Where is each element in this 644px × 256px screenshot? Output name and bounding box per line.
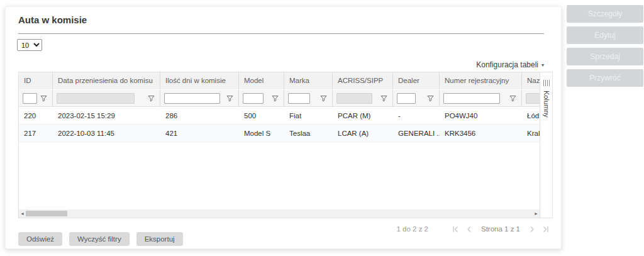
filter-cell-acriss <box>333 90 393 106</box>
filter-icon[interactable] <box>40 95 47 102</box>
table-row[interactable]: 217 2022-10-03 11:45 421 Model S Teslaa … <box>19 125 540 142</box>
filter-icon[interactable] <box>320 95 327 102</box>
filter-input-ilosc-dni[interactable] <box>164 93 220 104</box>
filter-input-numer[interactable] <box>443 93 500 104</box>
caret-down-icon: ▾ <box>541 62 544 68</box>
drag-handle-icon <box>543 80 550 86</box>
cell-nazwa: Kraków <box>522 125 540 142</box>
record-actions-panel: Szczegóły Edytuj Sprzedaj Przywróć <box>567 5 643 87</box>
cars-panel: Auta w komisie 10 Konfiguracja tabeli ▾ … <box>5 6 562 249</box>
cell-marka: Fiat <box>284 107 333 124</box>
details-button[interactable]: Szczegóły <box>567 5 643 23</box>
page-title: Auta w komisie <box>18 14 87 25</box>
filter-input-model[interactable] <box>243 93 264 104</box>
filter-icon[interactable] <box>148 95 155 102</box>
filter-input-acriss <box>336 93 372 104</box>
filter-input-nazwa <box>526 93 540 104</box>
column-header-nazwa[interactable]: Nazwa <box>522 72 540 89</box>
filter-input-dealer[interactable] <box>397 93 416 104</box>
filter-row <box>19 89 540 107</box>
columns-panel-tab[interactable]: Kolumny <box>540 72 552 218</box>
clear-filters-button[interactable]: Wyczyść filtry <box>69 232 130 246</box>
filter-icon[interactable] <box>226 95 233 102</box>
filter-input-data <box>57 93 135 104</box>
edit-button[interactable]: Edytuj <box>567 26 643 44</box>
first-page-icon[interactable] <box>450 224 460 234</box>
refresh-button[interactable]: Odśwież <box>18 232 62 246</box>
page-size-select[interactable]: 10 <box>17 39 42 51</box>
scroll-left-icon[interactable]: ◄ <box>19 209 26 218</box>
column-header-acriss[interactable]: ACRISS/SIPP <box>333 72 393 89</box>
empty-rows-area <box>19 142 540 209</box>
columns-panel-label: Kolumny <box>543 91 550 118</box>
filter-icon[interactable] <box>272 95 279 102</box>
table-config-label: Konfiguracja tabeli <box>476 60 538 69</box>
next-page-icon[interactable] <box>527 224 537 234</box>
column-header-dealer[interactable]: Dealer <box>393 72 440 89</box>
previous-page-icon[interactable] <box>464 224 474 234</box>
header-row: ID Data przeniesienia do komisu Ilość dn… <box>19 72 540 89</box>
filter-cell-numer <box>440 90 522 106</box>
cell-model: 500 <box>239 107 284 124</box>
column-header-data-przeniesienia[interactable]: Data przeniesienia do komisu <box>53 72 160 89</box>
cell-dealer: GENERALI ... <box>393 125 440 142</box>
cell-numer: PO4WJ40 <box>440 107 522 124</box>
table-row[interactable]: 220 2023-02-15 15:29 286 500 Fiat PCAR (… <box>19 107 540 125</box>
title-divider <box>18 33 544 34</box>
filter-cell-dealer <box>393 90 440 106</box>
scroll-right-icon[interactable]: ► <box>533 209 540 218</box>
pagination-page-label: Strona 1 z 1 <box>481 225 520 233</box>
filter-icon[interactable] <box>509 95 516 102</box>
column-header-model[interactable]: Model <box>239 72 284 89</box>
cell-id: 217 <box>19 125 53 142</box>
filter-icon[interactable] <box>427 95 434 102</box>
cell-ilosc-dni: 421 <box>160 125 239 142</box>
restore-button[interactable]: Przywróć <box>567 69 643 87</box>
filter-cell-ilosc-dni <box>160 90 239 106</box>
data-grid: ID Data przeniesienia do komisu Ilość dn… <box>18 72 553 218</box>
filter-cell-id <box>19 90 53 106</box>
pagination-bar: 1 do 2 z 2 Strona 1 z 1 <box>396 224 553 234</box>
column-header-id[interactable]: ID <box>19 72 53 89</box>
scrollbar-thumb[interactable] <box>26 211 67 216</box>
cell-marka: Teslaa <box>284 125 333 142</box>
cell-numer: KRK3456 <box>440 125 522 142</box>
pagination-range: 1 do 2 z 2 <box>396 225 428 233</box>
cell-data-przeniesienia: 2023-02-15 15:29 <box>53 107 160 124</box>
filter-cell-data <box>53 90 160 106</box>
last-page-icon[interactable] <box>541 224 551 234</box>
filter-input-id[interactable] <box>23 93 37 104</box>
filter-cell-marka <box>284 90 333 106</box>
filter-input-marka[interactable] <box>288 93 310 104</box>
export-button[interactable]: Eksportuj <box>136 232 183 246</box>
cell-acriss: PCAR (M) <box>333 107 393 124</box>
cell-nazwa: Łódź <box>522 107 540 124</box>
filter-cell-nazwa <box>522 90 540 106</box>
cell-id: 220 <box>19 107 53 124</box>
cell-ilosc-dni: 286 <box>160 107 239 124</box>
cell-dealer: - <box>393 107 440 124</box>
cell-data-przeniesienia: 2022-10-03 11:45 <box>53 125 160 142</box>
grid-viewport: ID Data przeniesienia do komisu Ilość dn… <box>19 72 540 218</box>
footer-actions: Odśwież Wyczyść filtry Eksportuj <box>18 232 183 246</box>
sell-button[interactable]: Sprzedaj <box>567 48 643 65</box>
column-header-numer-rejestracyjny[interactable]: Numer rejestracyjny <box>440 72 522 89</box>
filter-cell-model <box>239 90 284 106</box>
column-header-marka[interactable]: Marka <box>284 72 333 89</box>
filter-icon[interactable] <box>380 95 387 102</box>
column-header-ilosc-dni[interactable]: Ilość dni w komisie <box>160 72 239 89</box>
table-config-dropdown[interactable]: Konfiguracja tabeli ▾ <box>476 60 544 69</box>
horizontal-scrollbar[interactable]: ◄ ► <box>19 209 540 218</box>
cell-model: Model S <box>239 125 284 142</box>
cell-acriss: LCAR (A) <box>333 125 393 142</box>
